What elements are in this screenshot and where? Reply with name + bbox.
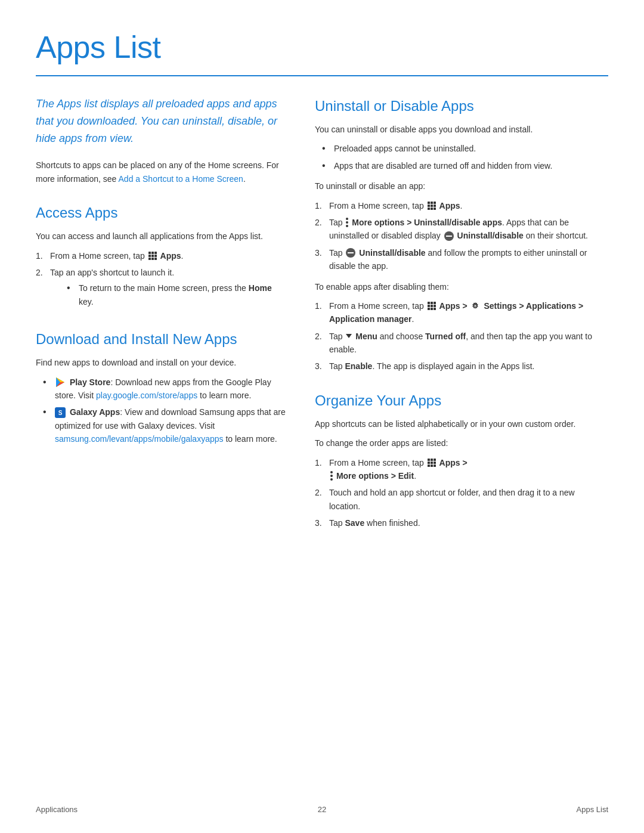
galaxy-apps-icon: S [55, 407, 66, 418]
download-list: Play Store: Download new apps from the G… [36, 376, 286, 446]
play-store-link[interactable]: play.google.com/store/apps [96, 391, 197, 400]
title-divider [36, 75, 608, 76]
uninstall-bullet-2: Apps that are disabled are turned off an… [322, 159, 601, 172]
access-apps-steps: 1. From a Home screen, tap Apps. 2. Tap … [36, 249, 286, 312]
apps-grid-icon-2 [428, 202, 436, 210]
footer-page-number: 22 [318, 805, 326, 814]
uninstall-title: Uninstall or Disable Apps [315, 95, 601, 117]
footer-left: Applications [36, 804, 78, 816]
access-sub-bullet-1: To return to the main Home screen, press… [67, 281, 286, 308]
download-body: Find new apps to download and install on… [36, 356, 286, 369]
footer-right: Apps List [577, 804, 608, 816]
organize-step-2: 2. Touch and hold an app shortcut or fol… [315, 486, 601, 513]
apps-grid-icon-4 [428, 459, 436, 467]
organize-body: App shortcuts can be listed alphabetical… [315, 417, 601, 431]
enable-steps: 1. From a Home screen, tap Apps > [315, 299, 601, 373]
organize-section: Organize Your Apps App shortcuts can be … [315, 390, 601, 530]
uninstall-bullet-1: Preloaded apps cannot be uninstalled. [322, 142, 601, 155]
access-apps-section: Access Apps You can access and launch al… [36, 202, 286, 312]
galaxy-apps-link[interactable]: samsung.com/levant/apps/mobile/galaxyapp… [55, 434, 224, 444]
menu-dots-icon-2 [330, 471, 333, 481]
access-step-1-text: From a Home screen, tap [50, 251, 147, 261]
organize-step-1: 1. From a Home screen, tap Apps > More o… [315, 456, 601, 483]
organize-step-2-text: Touch and hold an app shortcut or folder… [329, 486, 601, 513]
enable-step-1: 1. From a Home screen, tap Apps > [315, 299, 601, 326]
apps-grid-icon [148, 252, 157, 260]
organize-subheading: To change the order apps are listed: [315, 436, 601, 450]
download-section: Download and Install New Apps Find new a… [36, 329, 286, 445]
access-apps-body: You can access and launch all applicatio… [36, 230, 286, 243]
play-store-label: Play Store [70, 377, 110, 387]
dropdown-icon [346, 334, 352, 338]
access-apps-title: Access Apps [36, 202, 286, 224]
access-step-2-text: Tap an app's shortcut to launch it. To r… [50, 266, 286, 312]
access-step-2: 2. Tap an app's shortcut to launch it. T… [36, 266, 286, 312]
organize-step-3: 3. Tap Save when finished. [315, 516, 601, 529]
footer-center: 22 [318, 804, 326, 816]
intro-italic: The Apps list displays all preloaded app… [36, 95, 286, 147]
page-title: Apps List [36, 24, 608, 70]
uninstall-step-3: 3. Tap Uninstall/disable and follow the … [315, 246, 601, 273]
galaxy-apps-label: Galaxy Apps [70, 407, 120, 417]
enable-step-3: 3. Tap Enable. The app is displayed agai… [315, 360, 601, 373]
uninstall-step-2: 2. Tap More options > Uninstall/disable … [315, 216, 601, 243]
two-column-layout: The Apps list displays all preloaded app… [36, 95, 608, 547]
download-title: Download and Install New Apps [36, 329, 286, 350]
uninstall-subheading: To uninstall or disable an app: [315, 179, 601, 193]
play-store-icon [55, 377, 66, 388]
access-sub-bullets: To return to the main Home screen, press… [50, 281, 286, 308]
minus-circle-icon-2 [346, 248, 355, 258]
organize-title: Organize Your Apps [315, 390, 601, 411]
settings-icon [470, 301, 480, 311]
left-column: The Apps list displays all preloaded app… [36, 95, 286, 547]
access-step-1: 1. From a Home screen, tap Apps. [36, 249, 286, 262]
intro-period: . [243, 174, 246, 184]
uninstall-section: Uninstall or Disable Apps You can uninst… [315, 95, 601, 373]
uninstall-steps: 1. From a Home screen, tap Apps. 2. Tap … [315, 199, 601, 273]
apps-grid-icon-3 [428, 302, 436, 310]
uninstall-body: You can uninstall or disable apps you do… [315, 123, 601, 136]
svg-text:S: S [58, 410, 63, 416]
download-item-2: S Galaxy Apps: View and download Samsung… [43, 405, 286, 445]
shortcut-link[interactable]: Add a Shortcut to a Home Screen [119, 174, 243, 184]
enable-subheading: To enable apps after disabling them: [315, 280, 601, 293]
page-container: Apps List The Apps list displays all pre… [0, 0, 644, 833]
right-column: Uninstall or Disable Apps You can uninst… [315, 95, 601, 547]
access-step-1-apps-label: Apps [160, 251, 181, 261]
menu-dots-icon-1 [346, 218, 348, 227]
enable-step-2: 2. Tap Menu and choose Turned off, and t… [315, 330, 601, 357]
organize-steps: 1. From a Home screen, tap Apps > More o… [315, 456, 601, 530]
uninstall-bullets: Preloaded apps cannot be uninstalled. Ap… [315, 142, 601, 172]
uninstall-step-1: 1. From a Home screen, tap Apps. [315, 199, 601, 212]
minus-circle-icon-1 [444, 231, 454, 241]
intro-regular: Shortcuts to apps can be placed on any o… [36, 159, 286, 185]
download-item-1: Play Store: Download new apps from the G… [43, 376, 286, 402]
